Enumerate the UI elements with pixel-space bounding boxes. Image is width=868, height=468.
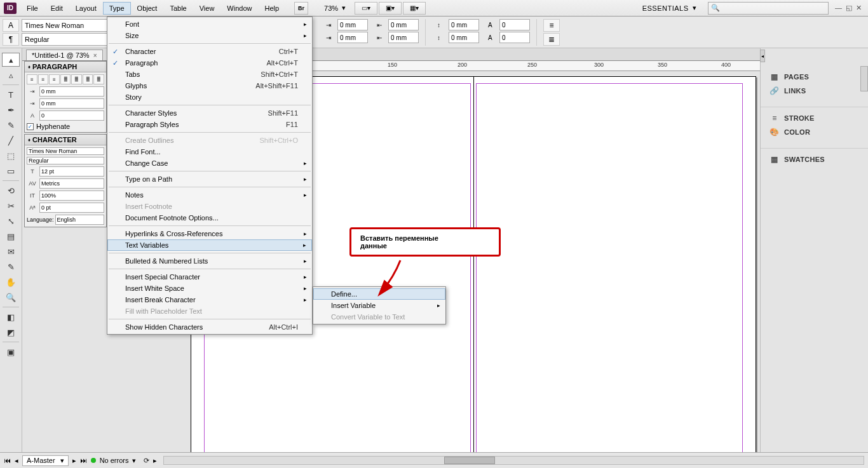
menu-find-font[interactable]: Find Font...: [107, 146, 312, 157]
bridge-button[interactable]: Br: [294, 2, 308, 15]
hand-tool[interactable]: ✋: [2, 275, 20, 289]
menu-hyperlinks[interactable]: Hyperlinks & Cross-References▸: [107, 228, 312, 239]
num-input[interactable]: 0 mm: [388, 19, 419, 30]
document-tab[interactable]: *Untitled-1 @ 73% ×: [26, 50, 103, 60]
close-button[interactable]: ✕: [856, 4, 862, 12]
menu-notes[interactable]: Notes▸: [107, 189, 312, 201]
menu-edit[interactable]: Edit: [44, 2, 69, 15]
list-button-1[interactable]: ≡: [543, 19, 560, 32]
num-input[interactable]: 0 mm: [337, 32, 368, 43]
tab-close-icon[interactable]: ×: [93, 52, 97, 59]
menu-tabs[interactable]: TabsShift+Ctrl+T: [107, 69, 312, 80]
num-input[interactable]: 0: [499, 32, 530, 43]
baseline-input[interactable]: 0 pt: [39, 203, 104, 213]
align-center-button[interactable]: ≡: [38, 74, 49, 84]
zoom-value[interactable]: 73%: [322, 4, 341, 12]
type-tool[interactable]: T: [2, 88, 20, 102]
para-format-icon[interactable]: ¶: [3, 33, 19, 46]
minimize-button[interactable]: —: [835, 4, 842, 12]
menu-help[interactable]: Help: [258, 2, 285, 15]
paragraph-panel-header[interactable]: ♦PARAGRAPH: [25, 62, 106, 72]
menu-bulleted[interactable]: Bulleted & Numbered Lists▸: [107, 255, 312, 267]
scale-input[interactable]: 100%: [39, 191, 104, 201]
frame-tool[interactable]: ⬚: [2, 149, 20, 163]
menu-insert-special[interactable]: Insert Special Character▸: [107, 271, 312, 283]
menu-insert-white[interactable]: Insert White Space▸: [107, 283, 312, 294]
hyphenate-checkbox[interactable]: ✓Hyphenate: [27, 123, 104, 130]
maximize-button[interactable]: ◱: [846, 4, 852, 12]
gradient-tool[interactable]: ▤: [2, 229, 20, 243]
zoom-dropdown-icon[interactable]: ▾: [342, 4, 346, 12]
char-font-select[interactable]: Times New Roman: [27, 147, 104, 155]
indent-left-input[interactable]: 0 mm: [39, 86, 104, 97]
menu-type[interactable]: Type: [103, 2, 131, 15]
view-mode-3[interactable]: ▦▾: [403, 2, 426, 15]
menu-character[interactable]: ✓CharacterCtrl+T: [107, 46, 312, 57]
selection-tool[interactable]: ▴: [2, 53, 20, 67]
menu-layout[interactable]: Layout: [69, 2, 103, 15]
pages-panel-button[interactable]: ▦PAGES: [768, 70, 864, 84]
note-tool[interactable]: ✉: [2, 244, 20, 258]
char-format-icon[interactable]: A: [3, 19, 19, 32]
color-panel-button[interactable]: 🎨COLOR: [768, 125, 864, 139]
drop-cap-input[interactable]: 0: [39, 110, 104, 121]
view-mode-2[interactable]: ▣▾: [379, 2, 402, 15]
rectangle-tool[interactable]: ▭: [2, 164, 20, 178]
scissors-tool[interactable]: ✂: [2, 199, 20, 213]
character-panel-header[interactable]: ♦CHARACTER: [25, 135, 106, 145]
menu-text-variables[interactable]: Text Variables▸: [107, 239, 312, 251]
view-mode-1[interactable]: ▭▾: [355, 2, 377, 15]
align-left-button[interactable]: ≡: [27, 74, 37, 84]
list-button-2[interactable]: ≣: [543, 33, 560, 46]
line-tool[interactable]: ╱: [2, 133, 20, 147]
status-dropdown-icon[interactable]: ▾: [132, 457, 136, 465]
menu-para-styles[interactable]: Paragraph StylesF11: [107, 119, 312, 130]
nav-prev-button[interactable]: ◂: [15, 457, 18, 465]
status-arrow-icon[interactable]: ▸: [153, 457, 157, 465]
direct-selection-tool[interactable]: ▵: [2, 68, 20, 82]
menu-show-hidden[interactable]: Show Hidden CharactersAlt+Ctrl+I: [107, 321, 312, 333]
fill-stroke-tool[interactable]: ◧: [2, 310, 20, 324]
font-size-input[interactable]: 12 pt: [39, 166, 104, 177]
menu-file[interactable]: File: [20, 2, 44, 15]
free-transform-tool[interactable]: ⤡: [2, 214, 20, 228]
apply-color-tool[interactable]: ◩: [2, 325, 20, 339]
menu-change-case[interactable]: Change Case▸: [107, 157, 312, 169]
status-sync-icon[interactable]: ⟳: [144, 457, 149, 465]
menu-font[interactable]: Font▸: [107, 18, 312, 30]
horizontal-scrollbar[interactable]: [163, 456, 864, 465]
num-input[interactable]: 0 mm: [337, 19, 368, 30]
nav-last-button[interactable]: ⏭: [80, 457, 87, 464]
expand-dock-button[interactable]: ◂: [760, 50, 765, 62]
num-input[interactable]: 0: [499, 19, 530, 30]
num-input[interactable]: 0 mm: [449, 19, 479, 30]
indent-first-input[interactable]: 0 mm: [39, 98, 104, 109]
zoom-tool[interactable]: 🔍: [2, 290, 20, 304]
links-panel-button[interactable]: 🔗LINKS: [768, 84, 864, 98]
menu-insert-break[interactable]: Insert Break Character▸: [107, 294, 312, 305]
num-input[interactable]: 0 mm: [388, 32, 419, 43]
justify-left-button[interactable]: ≣: [60, 74, 71, 84]
collapsed-panel-strip[interactable]: [860, 66, 868, 91]
menu-char-styles[interactable]: Character StylesShift+F11: [107, 107, 312, 119]
stroke-panel-button[interactable]: ≡STROKE: [768, 111, 864, 125]
justify-right-button[interactable]: ≣: [83, 74, 93, 84]
pen-tool[interactable]: ✒: [2, 103, 20, 117]
kerning-input[interactable]: Metrics: [39, 178, 104, 189]
nav-next-button[interactable]: ▸: [72, 457, 76, 465]
search-input[interactable]: 🔍: [708, 2, 829, 15]
screen-mode-tool[interactable]: ▣: [2, 345, 20, 359]
menu-glyphs[interactable]: GlyphsAlt+Shift+F11: [107, 80, 312, 91]
workspace-switcher[interactable]: ESSENTIALS▾: [634, 4, 705, 12]
justify-all-button[interactable]: ≣: [93, 74, 104, 84]
num-input[interactable]: 0 mm: [449, 32, 479, 43]
rotate-tool[interactable]: ⟲: [2, 184, 20, 197]
char-style-select[interactable]: Regular: [27, 157, 104, 164]
nav-first-button[interactable]: ⏮: [4, 457, 11, 464]
swatches-panel-button[interactable]: ▦SWATCHES: [768, 152, 864, 166]
menu-object[interactable]: Object: [131, 2, 164, 15]
menu-window[interactable]: Window: [220, 2, 258, 15]
page-selector[interactable]: A-Master▾: [22, 455, 69, 466]
menu-table[interactable]: Table: [163, 2, 193, 15]
scrollbar-thumb[interactable]: [444, 457, 495, 464]
